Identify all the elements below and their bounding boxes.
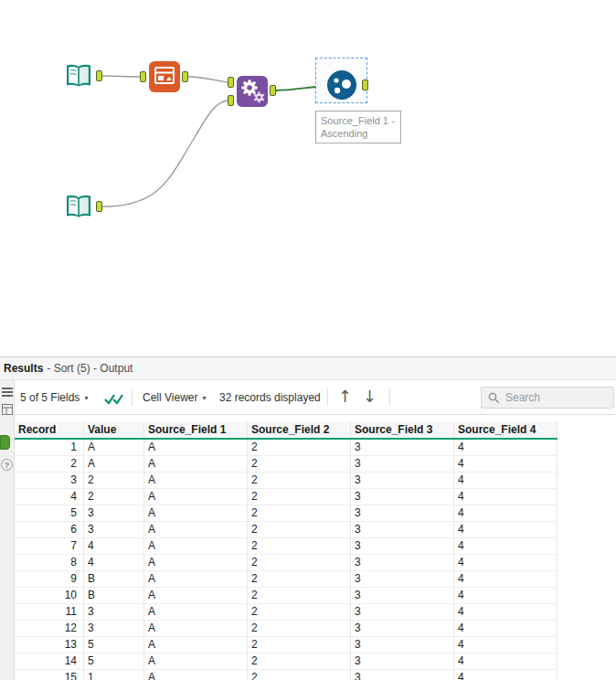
table-cell[interactable]: A [144,637,248,653]
table-cell[interactable]: A [84,440,144,455]
table-cell[interactable]: 2 [248,604,351,620]
double-check-icon[interactable] [104,392,124,408]
table-cell[interactable]: 4 [454,588,558,603]
column-header[interactable]: Source_Field 3 [351,421,454,438]
table-cell[interactable]: 3 [351,637,454,653]
table-cell[interactable]: A [84,456,144,472]
output-anchor[interactable] [362,80,368,90]
column-header[interactable]: Source_Field 4 [454,421,558,438]
table-row[interactable]: 10BA234 [15,588,558,604]
output-anchor-marker[interactable] [0,435,10,450]
table-cell[interactable]: 3 [351,538,454,554]
table-cell[interactable]: 3 [84,522,144,537]
table-cell[interactable]: 5 [84,653,144,669]
table-row[interactable]: 84A234 [15,555,558,571]
table-cell[interactable]: A [144,505,248,521]
table-cell[interactable]: 3 [351,456,454,472]
table-cell[interactable]: 2 [248,473,351,488]
table-cell[interactable]: A [144,621,248,636]
table-cell[interactable]: A [144,538,248,554]
table-cell[interactable]: B [84,571,144,587]
input-data-tool-1[interactable] [62,59,95,92]
table-cell[interactable]: 1 [84,670,144,680]
table-cell[interactable]: A [144,489,248,505]
table-row[interactable]: 145A234 [15,653,558,670]
table-row[interactable]: 74A234 [15,538,558,555]
table-cell[interactable]: 3 [84,604,144,620]
table-cell[interactable]: 4 [454,456,558,472]
input-anchor-1[interactable] [228,77,234,88]
search-input[interactable] [505,388,611,408]
table-cell[interactable]: 3 [351,440,454,455]
table-row[interactable]: 63A234 [15,522,558,538]
table-cell[interactable]: 4 [454,473,558,488]
table-cell[interactable]: 4 [454,538,558,554]
table-cell[interactable]: 2 [248,653,351,669]
table-row[interactable]: 135A234 [15,637,558,653]
table-cell[interactable]: 4 [454,555,558,570]
table-cell[interactable]: 4 [454,637,558,653]
table-row[interactable]: 42A234 [15,489,558,505]
workflow-canvas[interactable]: Source_Field 1 - Ascending [0,0,616,356]
record-number-cell[interactable]: 4 [15,489,84,505]
table-cell[interactable]: 2 [248,621,351,636]
record-number-cell[interactable]: 14 [15,653,84,669]
arrow-down-icon[interactable]: ↓ [363,387,377,406]
table-cell[interactable]: 2 [248,588,351,603]
table-cell[interactable]: A [144,653,248,669]
table-row[interactable]: 1AA234 [15,440,558,456]
record-number-cell[interactable]: 11 [15,604,84,620]
table-cell[interactable]: 3 [351,522,454,537]
table-cell[interactable]: A [144,555,248,570]
table-row[interactable]: 53A234 [15,505,558,522]
table-row[interactable]: 32A234 [15,473,558,489]
table-cell[interactable]: A [144,440,248,455]
table-cell[interactable]: 4 [454,604,558,620]
record-number-cell[interactable]: 8 [15,555,84,570]
table-cell[interactable]: 3 [84,505,144,521]
table-cell[interactable]: 2 [248,522,351,537]
table-cell[interactable]: 4 [454,670,558,680]
table-cell[interactable]: 2 [248,637,351,653]
record-number-cell[interactable]: 1 [15,440,84,455]
help-icon[interactable]: ? [1,459,13,471]
table-row[interactable]: 151A234 [15,670,558,680]
table-row[interactable]: 9BA234 [15,571,558,588]
record-number-cell[interactable]: 2 [15,456,84,472]
table-cell[interactable]: 2 [248,456,351,472]
hamburger-menu-icon[interactable] [2,388,13,397]
column-header[interactable]: Source_Field 1 [144,421,248,438]
record-number-cell[interactable]: 9 [15,571,84,587]
table-cell[interactable]: 2 [248,555,351,570]
table-cell[interactable]: 3 [351,653,454,669]
record-number-cell[interactable]: 3 [15,473,84,488]
table-cell[interactable]: 2 [248,538,351,554]
cell-viewer-dropdown[interactable]: Cell Viewer▾ [143,391,206,404]
fields-dropdown[interactable]: 5 of 5 Fields▾ [20,391,88,404]
table-cell[interactable]: 2 [84,473,144,488]
table-cell[interactable]: 4 [454,522,558,537]
table-cell[interactable]: A [144,670,248,680]
table-cell[interactable]: 4 [454,505,558,521]
table-cell[interactable]: 4 [454,571,558,587]
table-cell[interactable]: 2 [248,670,351,680]
table-cell[interactable]: 3 [351,505,454,521]
record-number-cell[interactable]: 10 [15,588,84,603]
input-anchor-2[interactable] [228,95,234,106]
table-cell[interactable]: 5 [84,637,144,653]
table-cell[interactable]: 3 [351,621,454,636]
table-cell[interactable]: 3 [84,621,144,636]
output-anchor[interactable] [96,70,102,81]
table-cell[interactable]: 3 [351,555,454,570]
table-cell[interactable]: A [144,522,248,537]
table-cell[interactable]: A [144,571,248,587]
table-cell[interactable]: 4 [454,440,558,455]
table-cell[interactable]: A [144,456,248,472]
table-cell[interactable]: A [144,588,248,603]
column-header[interactable]: Value [84,421,144,438]
table-cell[interactable]: A [144,604,248,620]
input-anchor[interactable] [140,71,146,82]
table-cell[interactable]: 4 [454,621,558,636]
output-anchor[interactable] [96,201,102,212]
record-number-cell[interactable]: 13 [15,637,84,653]
